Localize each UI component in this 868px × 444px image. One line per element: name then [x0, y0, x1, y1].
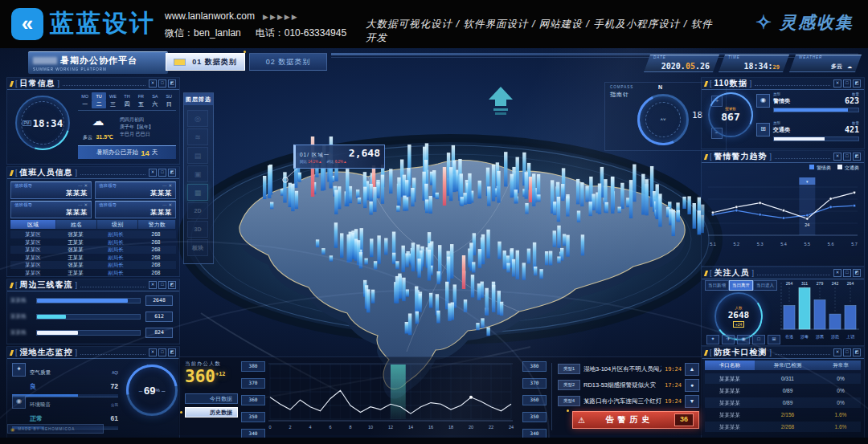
- expand-icon[interactable]: ◩: [168, 348, 176, 356]
- close-icon[interactable]: ✕: [168, 183, 172, 188]
- close-icon[interactable]: ✕: [168, 202, 172, 207]
- duty-leader-card[interactable]: 值班领导⋯ ✕ 某某某: [10, 181, 92, 199]
- cell-detect: 2/156: [755, 409, 821, 420]
- sparkle-icon: ✧: [755, 11, 773, 34]
- close-icon[interactable]: ✕: [833, 79, 841, 88]
- scroll-dot-button[interactable]: ●: [685, 379, 699, 392]
- lock-icon[interactable]: □: [752, 335, 765, 344]
- focus-gauge: 人数 2648 +24: [714, 292, 763, 340]
- tab-data-category-1[interactable]: 01 数据类别: [166, 53, 245, 71]
- target-icon[interactable]: ◉: [737, 335, 750, 344]
- column-header-name[interactable]: 姓名: [56, 220, 97, 229]
- weekday-en: FR: [134, 92, 148, 100]
- table-row[interactable]: 某某某某2/2681.6%: [705, 422, 861, 432]
- table-row[interactable]: 某某区张某某副局长268: [10, 246, 176, 254]
- svg-text:2: 2: [289, 425, 291, 430]
- table-row[interactable]: 某某某某0/890%: [705, 397, 861, 408]
- date-label: DATE: [653, 55, 666, 59]
- y-tick: 350: [522, 412, 547, 422]
- close-icon[interactable]: ✕: [149, 281, 157, 289]
- column-header-count[interactable]: 警力数: [138, 220, 176, 229]
- more-icon[interactable]: ⋯: [162, 183, 167, 188]
- expand-icon[interactable]: ◩: [853, 348, 861, 356]
- active-dot: [244, 51, 246, 53]
- focus-bar-chart[interactable]: 264在逃311涉毒279涉黑242涉恐264上访: [779, 279, 861, 344]
- panel-title: 值班人员信息: [20, 167, 73, 178]
- expand-icon[interactable]: ◩: [168, 281, 176, 289]
- close-icon[interactable]: ✕: [149, 348, 157, 356]
- person-icon[interactable]: ✦: [706, 335, 719, 344]
- column-header-detect[interactable]: 异常/已检测: [755, 360, 821, 370]
- table-row[interactable]: 某某某某2/1561.6%: [705, 409, 861, 420]
- window-icon[interactable]: □: [843, 348, 851, 356]
- duty-leader-card[interactable]: 值班领导⋯ ✕ 某某某: [95, 181, 176, 199]
- duty-leader-card[interactable]: 值班领导⋯ ✕ 某某某: [95, 201, 176, 218]
- layer-filter-panel: 图层筛选: [183, 92, 214, 264]
- column-header-level[interactable]: 级别: [97, 220, 138, 229]
- inspiration-collect[interactable]: ✧ 灵感收集: [755, 11, 854, 34]
- panel-title: 日常信息: [20, 78, 55, 89]
- more-icon[interactable]: ⋯: [78, 183, 83, 188]
- y-axis-right: 380370360350340: [522, 361, 547, 444]
- table-row[interactable]: 某某区王某某副局长268: [10, 269, 176, 277]
- close-icon[interactable]: ✕: [149, 169, 157, 177]
- window-icon[interactable]: □: [843, 269, 851, 277]
- window-icon[interactable]: □: [158, 169, 166, 177]
- table-row[interactable]: 某某某某0/3110%: [705, 373, 861, 384]
- panel-title: 周边三线客流: [20, 279, 73, 291]
- weather-text: 多云: [831, 63, 842, 70]
- y-tick: 370: [241, 378, 265, 389]
- window-icon[interactable]: □: [158, 348, 166, 356]
- blurred-text: [33, 57, 57, 64]
- window-icon[interactable]: □: [158, 79, 166, 88]
- today-data-button[interactable]: 今日数据: [185, 393, 238, 404]
- tab-data-category-2[interactable]: 02 数据类别: [249, 53, 327, 71]
- expand-icon[interactable]: ◩: [853, 153, 861, 161]
- time-value: 18:34:: [743, 62, 772, 71]
- expand-icon[interactable]: ◩: [853, 79, 861, 88]
- expand-icon[interactable]: ◩: [168, 169, 176, 177]
- scroll-down-button[interactable]: ▼: [685, 395, 699, 408]
- plane-icon[interactable]: ✈: [722, 335, 735, 344]
- close-icon[interactable]: ✕: [149, 79, 157, 88]
- office-line-chart[interactable]: 024681012141618202224: [267, 361, 519, 435]
- alert-item[interactable]: 类型4 某路口有小汽车连闯三个红灯 19:24: [558, 395, 682, 407]
- tab-daily-left[interactable]: 当日离开: [729, 280, 753, 291]
- duty-leader-card[interactable]: 值班领导⋯ ✕ 某某某: [10, 201, 92, 218]
- window-icon[interactable]: □: [843, 153, 851, 161]
- expand-icon[interactable]: ◩: [168, 79, 176, 88]
- close-icon[interactable]: ✕: [833, 269, 841, 277]
- table-row[interactable]: 某某区张某某副局长268: [10, 230, 176, 238]
- column-header-name[interactable]: 卡口名称: [705, 360, 755, 370]
- close-icon[interactable]: ✕: [833, 348, 841, 356]
- cell-name: 某某某某: [705, 397, 755, 408]
- alert-history-banner[interactable]: ⚠ 告警历史 36: [572, 411, 699, 429]
- svg-text:0: 0: [268, 425, 271, 430]
- table-row[interactable]: 某某某某0/890%: [705, 385, 861, 396]
- table-row[interactable]: 某某区王某某副局长268: [10, 254, 176, 262]
- more-icon[interactable]: ⋯: [162, 202, 167, 207]
- history-data-button[interactable]: 历史数据: [185, 407, 238, 418]
- table-row[interactable]: 某某区张某某副局长268: [10, 261, 176, 269]
- stat-status: 良: [30, 383, 36, 390]
- table-row[interactable]: 某某区王某某副局长268: [10, 238, 176, 246]
- dashboard: 暑期办公协作平台 SUMMER WORKING PLATFORM 01 数据类别…: [0, 48, 868, 444]
- window-icon[interactable]: □: [158, 281, 166, 289]
- site-url[interactable]: www.lanlanwork.com: [165, 10, 255, 22]
- more-icon[interactable]: ⋯: [78, 202, 83, 207]
- column-header-area[interactable]: 区域: [10, 220, 56, 229]
- compass-ring[interactable]: ˄˅: [637, 94, 689, 145]
- expand-icon[interactable]: ◩: [853, 269, 861, 277]
- alert-item[interactable]: 类型1 湿地3-104片区有不明人员闯入 19:24: [558, 363, 682, 375]
- weekday-cn: 日: [162, 100, 176, 108]
- window-icon[interactable]: □: [843, 79, 851, 88]
- close-icon[interactable]: ✕: [833, 153, 841, 161]
- close-icon[interactable]: ✕: [84, 183, 88, 188]
- trend-line-chart[interactable]: ▾245.15.25.35.45.55.65.7: [706, 173, 859, 250]
- alert-item[interactable]: 类型2 RD13-53烟感报警疑似火灾 17:24: [558, 379, 682, 391]
- close-icon[interactable]: ✕: [84, 202, 88, 207]
- scroll-up-button[interactable]: ▲: [685, 363, 699, 376]
- column-header-rate[interactable]: 异常率: [821, 360, 861, 370]
- tab-daily-enter[interactable]: 当日进入: [753, 280, 777, 291]
- tab-daily-new[interactable]: 当日新增: [705, 280, 729, 291]
